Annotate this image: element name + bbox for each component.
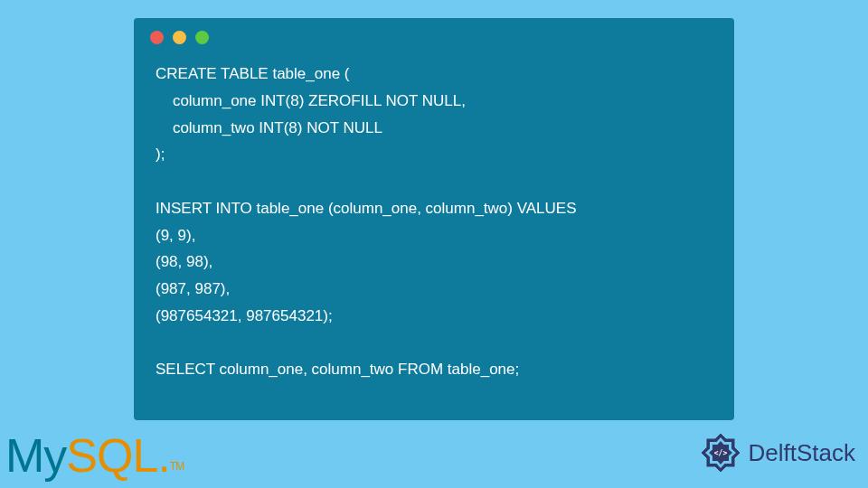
window-controls (134, 18, 734, 52)
svg-text:</>: </> (713, 449, 727, 457)
mysql-sql-text: SQL (66, 429, 157, 482)
delftstack-icon: </> (698, 430, 743, 475)
close-icon (150, 31, 164, 44)
maximize-icon (195, 31, 209, 44)
delftstack-logo: </> DelftStack (698, 430, 856, 475)
code-content: CREATE TABLE table_one ( column_one INT(… (134, 52, 734, 401)
mysql-dot: . (157, 429, 169, 482)
mysql-my-text: My (5, 429, 66, 482)
mysql-logo: MySQL.TM (5, 428, 184, 483)
mysql-tm-text: TM (170, 460, 184, 473)
code-window: CREATE TABLE table_one ( column_one INT(… (134, 18, 734, 420)
minimize-icon (173, 31, 186, 44)
delftstack-text: DelftStack (749, 439, 856, 467)
